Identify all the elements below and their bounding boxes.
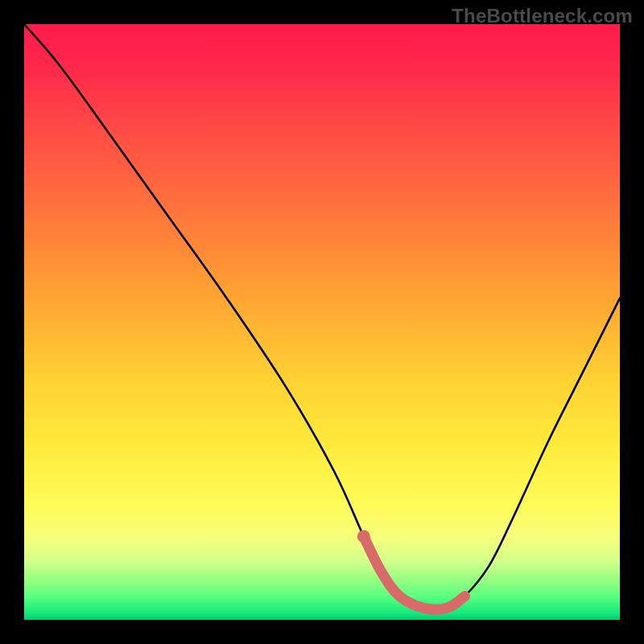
accent-dot [357,530,370,543]
chart-frame: TheBottleneck.com [0,0,644,644]
watermark-text: TheBottleneck.com [452,5,633,27]
gradient-plot-area [24,24,620,620]
chart-svg [24,24,620,620]
accent-segment [364,536,465,609]
bottleneck-curve [24,24,620,609]
